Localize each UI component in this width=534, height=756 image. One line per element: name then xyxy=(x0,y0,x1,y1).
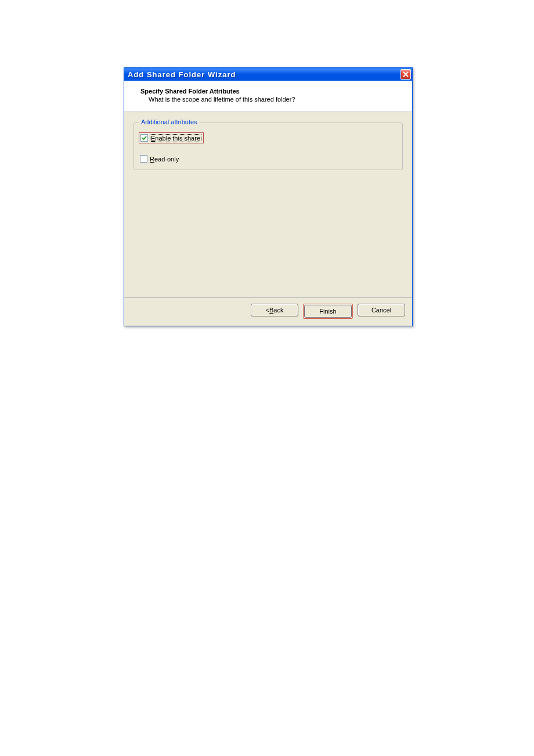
close-icon xyxy=(403,71,409,77)
finish-highlight: Finish xyxy=(303,304,353,319)
back-button[interactable]: < Back xyxy=(251,304,298,316)
button-bar: < Back Finish Cancel xyxy=(124,297,412,326)
close-button[interactable] xyxy=(400,69,411,80)
wizard-dialog: Add Shared Folder Wizard Specify Shared … xyxy=(124,67,413,326)
content-area: Additional attributes Enable this share … xyxy=(124,111,412,297)
wizard-header: Specify Shared Folder Attributes What is… xyxy=(124,81,412,111)
window-title: Add Shared Folder Wizard xyxy=(128,70,236,79)
header-subtitle: What is the scope and lifetime of this s… xyxy=(140,96,403,103)
enable-share-label: Enable this share xyxy=(150,135,201,142)
enable-share-row[interactable]: Enable this share xyxy=(139,132,204,143)
read-only-checkbox[interactable] xyxy=(140,155,147,163)
additional-attributes-fieldset: Additional attributes Enable this share … xyxy=(134,123,403,170)
finish-button[interactable]: Finish xyxy=(304,305,352,318)
read-only-row[interactable]: Read-only xyxy=(140,155,396,163)
titlebar: Add Shared Folder Wizard xyxy=(124,68,412,81)
fieldset-legend: Additional attributes xyxy=(139,118,200,125)
read-only-label: Read-only xyxy=(150,156,179,163)
header-title: Specify Shared Folder Attributes xyxy=(140,88,403,95)
enable-share-checkbox[interactable] xyxy=(140,134,148,142)
cancel-button[interactable]: Cancel xyxy=(358,304,405,316)
